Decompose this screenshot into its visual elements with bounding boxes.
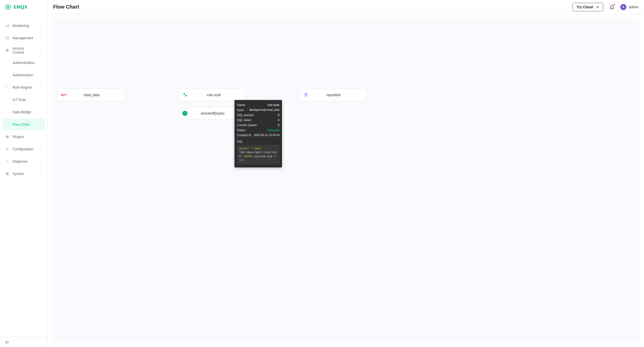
svg-point-25 xyxy=(185,95,187,96)
sidebar-item-flow-chart[interactable]: Flow Chart xyxy=(3,119,45,130)
node-label: rule:scek xyxy=(191,93,242,97)
svg-rect-4 xyxy=(6,26,7,27)
sidebar-item-rule-engine[interactable]: Rule Engine xyxy=(3,82,45,93)
sidebar-item-label: Plugins xyxy=(13,135,42,139)
notification-dot xyxy=(613,4,615,6)
sidebar-item-plugins[interactable]: Plugins xyxy=(3,131,45,143)
pulse-icon xyxy=(5,159,10,164)
edges-layer xyxy=(52,19,128,56)
pv-status-label: Status xyxy=(237,128,246,132)
sidebar-item-label: Configuration xyxy=(13,147,36,151)
nav: Monitoring Management Access Control xyxy=(0,14,47,337)
pv-name: rule:scek xyxy=(267,103,279,107)
collapse-icon xyxy=(5,340,9,344)
node-rule[interactable]: rule:scek xyxy=(179,89,246,101)
sidebar-item-label: Rule Engine xyxy=(13,85,36,89)
clipboard-icon xyxy=(303,92,308,97)
sliders-icon xyxy=(5,147,10,151)
pv-speed: 0 xyxy=(278,123,279,127)
cube-icon xyxy=(5,134,10,139)
shield-icon xyxy=(5,48,10,53)
header: Flow Chart Try Cloud A admin xyxy=(48,0,644,14)
sidebar-item-configuration[interactable]: Configuration xyxy=(3,143,45,155)
try-cloud-button[interactable]: Try Cloud xyxy=(572,3,603,11)
sidebar-item-label: IoT Rule xyxy=(13,98,42,102)
chevron-down-icon xyxy=(39,24,42,27)
sidebar-item-system[interactable]: System xyxy=(3,168,45,180)
user-menu[interactable]: A admin xyxy=(620,4,638,10)
mqtt-icon: MQTT xyxy=(61,92,66,97)
svg-rect-9 xyxy=(6,38,7,40)
pv-input: $bridges/mqtt:read_data xyxy=(250,108,279,112)
grid-icon xyxy=(5,36,10,40)
sidebar-item-label: System xyxy=(13,172,36,176)
pv-status: Activated xyxy=(267,128,279,132)
chevron-down-icon xyxy=(39,172,42,175)
arrow-right-icon xyxy=(595,5,599,9)
sidebar: EMQX Monitoring Management xyxy=(0,0,48,347)
sidebar-item-label: Access Control xyxy=(13,46,36,54)
sidebar-item-iot-rule[interactable]: IoT Rule xyxy=(3,94,45,106)
node-republish[interactable]: republish xyxy=(300,89,367,101)
pv-created: 2022-05-12 15:18:24 xyxy=(254,133,279,137)
node-label: remote/${topic} xyxy=(191,111,242,115)
canvas-wrap: MQTT read_data rule:scek remote/${topic} xyxy=(48,14,644,347)
notifications-button[interactable] xyxy=(609,5,614,10)
sidebar-item-management[interactable]: Management xyxy=(3,32,45,44)
svg-rect-7 xyxy=(6,37,7,38)
svg-point-24 xyxy=(183,93,185,95)
pv-speed-label: Current Speed xyxy=(237,123,257,127)
sidebar-item-access-control[interactable]: Access Control xyxy=(3,45,45,56)
sidebar-item-label: Authorization xyxy=(13,73,42,77)
sidebar-item-monitoring[interactable]: Monitoring xyxy=(3,20,45,31)
sidebar-item-diagnose[interactable]: Diagnose xyxy=(3,156,45,167)
sidebar-item-data-bridge[interactable]: Data Bridge xyxy=(3,106,45,118)
sidebar-item-label: Data Bridge xyxy=(13,110,42,114)
chevron-up-icon xyxy=(39,86,42,89)
chevron-down-icon xyxy=(39,160,42,163)
gears-icon xyxy=(5,85,10,90)
pv-sql-failed: 0 xyxy=(278,118,279,122)
svg-rect-8 xyxy=(8,37,9,38)
chevron-down-icon xyxy=(39,37,42,40)
svg-point-16 xyxy=(6,148,7,149)
chevron-up-icon xyxy=(39,49,42,52)
pv-sql-passed: 0 xyxy=(278,113,279,117)
chart-bar-icon xyxy=(5,23,10,28)
svg-point-12 xyxy=(8,88,9,89)
sidebar-item-authorization[interactable]: Authorization xyxy=(3,69,45,81)
sidebar-item-label: Flow Chart xyxy=(13,122,42,126)
node-label: republish xyxy=(312,93,363,97)
pv-created-label: Created At xyxy=(237,133,251,137)
flow-canvas[interactable]: MQTT read_data rule:scek remote/${topic} xyxy=(52,19,639,342)
logo-icon xyxy=(5,4,11,10)
pv-sql-label: SQL xyxy=(237,140,279,143)
svg-rect-5 xyxy=(7,25,8,27)
svg-point-17 xyxy=(8,149,8,150)
pv-sql: SELECT * FROM "$bridges/mqtt:read_data" … xyxy=(237,145,279,164)
svg-rect-10 xyxy=(8,38,9,40)
collapse-sidebar-button[interactable] xyxy=(0,337,47,347)
main: Flow Chart Try Cloud A admin xyxy=(48,0,644,347)
svg-point-11 xyxy=(6,86,7,87)
brand-text: EMQX xyxy=(14,5,27,10)
sidebar-item-label: Management xyxy=(13,36,36,40)
node-read-data[interactable]: MQTT read_data xyxy=(58,89,125,101)
page-title: Flow Chart xyxy=(53,4,572,10)
pv-name-label: Name xyxy=(237,103,245,107)
pv-sql-failed-label: SQL failed xyxy=(237,118,251,122)
try-cloud-label: Try Cloud xyxy=(577,5,593,9)
gears-icon xyxy=(182,92,187,97)
stack-icon xyxy=(5,171,10,176)
topic-icon xyxy=(182,111,187,116)
svg-rect-6 xyxy=(8,24,9,27)
avatar: A xyxy=(620,4,626,10)
logo[interactable]: EMQX xyxy=(0,0,47,14)
sidebar-item-label: Diagnose xyxy=(13,159,36,163)
sidebar-item-label: Monitoring xyxy=(13,24,36,28)
node-label: read_data xyxy=(70,93,121,97)
sidebar-item-authentication[interactable]: Authentication xyxy=(3,57,45,68)
sidebar-item-label: Authentication xyxy=(13,61,42,65)
svg-point-18 xyxy=(7,150,7,151)
rule-tooltip: Name rule:scek Input $bridges/mqtt:read_… xyxy=(234,100,282,167)
